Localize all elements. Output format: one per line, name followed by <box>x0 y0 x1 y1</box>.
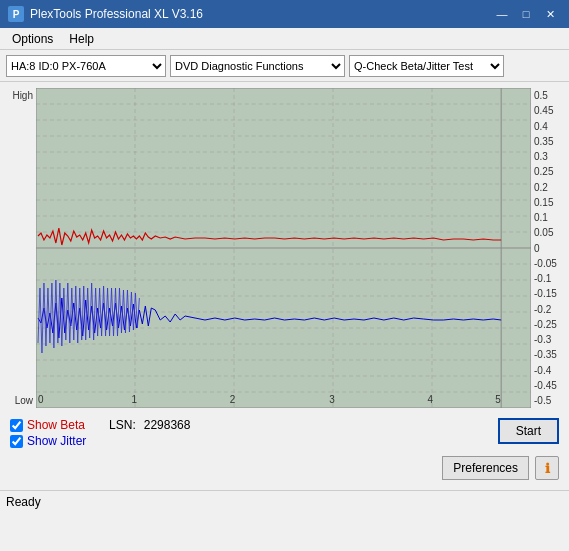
y-axis-left: High Low <box>6 88 36 408</box>
svg-text:1: 1 <box>131 394 137 405</box>
show-jitter-label: Show Jitter <box>27 434 86 448</box>
svg-text:2: 2 <box>230 394 236 405</box>
controls-left: Show Beta LSN: 2298368 Show Jitter <box>10 418 190 448</box>
svg-text:0: 0 <box>38 394 44 405</box>
drive-select[interactable]: HA:8 ID:0 PX-760A <box>6 55 166 77</box>
y-left-high: High <box>6 90 33 101</box>
test-select[interactable]: Q-Check Beta/Jitter Test <box>349 55 504 77</box>
lsn-value: 2298368 <box>144 418 191 432</box>
show-beta-checkbox[interactable] <box>10 419 23 432</box>
chart-inner: 0 1 2 3 4 5 <box>36 88 531 408</box>
svg-text:3: 3 <box>329 394 335 405</box>
toolbar: HA:8 ID:0 PX-760A DVD Diagnostic Functio… <box>0 50 569 82</box>
show-beta-row: Show Beta LSN: 2298368 <box>10 418 190 432</box>
close-button[interactable]: ✕ <box>539 5 561 23</box>
info-button[interactable]: ℹ <box>535 456 559 480</box>
status-bar: Ready <box>0 490 569 512</box>
main-content: High Low <box>0 82 569 490</box>
svg-text:4: 4 <box>428 394 434 405</box>
menu-bar: Options Help <box>0 28 569 50</box>
status-text: Ready <box>6 495 41 509</box>
show-jitter-row: Show Jitter <box>10 434 190 448</box>
title-bar: P PlexTools Professional XL V3.16 — □ ✕ <box>0 0 569 28</box>
app-icon: P <box>8 6 24 22</box>
preferences-row: Preferences ℹ <box>6 456 563 484</box>
lsn-label: LSN: <box>109 418 136 432</box>
menu-help[interactable]: Help <box>61 30 102 48</box>
chart-svg: 0 1 2 3 4 5 <box>36 88 531 408</box>
menu-options[interactable]: Options <box>4 30 61 48</box>
chart-container: High Low <box>6 88 563 408</box>
show-jitter-checkbox[interactable] <box>10 435 23 448</box>
svg-text:5: 5 <box>495 394 501 405</box>
show-beta-label: Show Beta <box>27 418 85 432</box>
start-button[interactable]: Start <box>498 418 559 444</box>
minimize-button[interactable]: — <box>491 5 513 23</box>
controls-area: Show Beta LSN: 2298368 Show Jitter Start <box>6 412 563 452</box>
y-left-low: Low <box>6 395 33 406</box>
app-title: PlexTools Professional XL V3.16 <box>30 7 203 21</box>
preferences-button[interactable]: Preferences <box>442 456 529 480</box>
function-select[interactable]: DVD Diagnostic Functions <box>170 55 345 77</box>
y-axis-right: 0.5 0.45 0.4 0.35 0.3 0.25 0.2 0.15 0.1 … <box>531 88 563 408</box>
controls-right: Start <box>498 418 559 444</box>
maximize-button[interactable]: □ <box>515 5 537 23</box>
window-controls: — □ ✕ <box>491 5 561 23</box>
